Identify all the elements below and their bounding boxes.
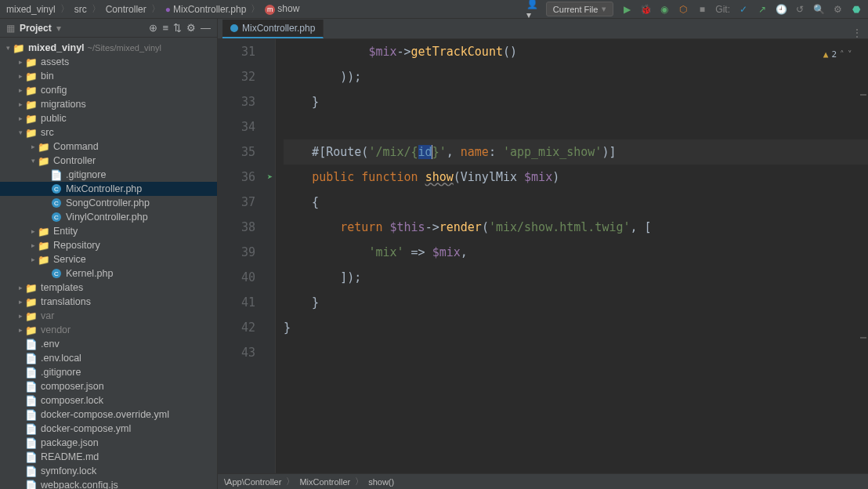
project-name[interactable]: mixed_vinyl — [6, 4, 56, 15]
tree-item[interactable]: ▸📁translations — [0, 295, 217, 309]
tree-item[interactable]: 📄webpack.config.js — [0, 478, 217, 489]
code-line[interactable]: { — [284, 190, 868, 215]
tree-arrow-icon[interactable]: ▸ — [16, 114, 25, 122]
tree-item[interactable]: 📄composer.json — [0, 379, 217, 393]
debug-icon[interactable]: 🐞 — [640, 4, 651, 15]
code-line[interactable]: } — [284, 315, 868, 340]
tree-item[interactable]: 📄composer.lock — [0, 393, 217, 408]
tree-item[interactable]: ▸📁vendor — [0, 323, 217, 337]
tree-arrow-icon[interactable]: ▸ — [16, 100, 25, 108]
tree-item[interactable]: ▸📁assets — [0, 55, 217, 69]
tree-item[interactable]: 📄docker-compose.yml — [0, 422, 217, 436]
crumb-method[interactable]: mshow — [265, 3, 299, 15]
tree-item[interactable]: ▸📁Entity — [0, 224, 217, 238]
tree-item[interactable]: 📄.env — [0, 337, 217, 351]
tree-arrow-icon[interactable]: ▸ — [16, 58, 25, 66]
next-problem-icon[interactable]: ˅ — [848, 42, 852, 67]
tree-item[interactable]: 📄README.md — [0, 450, 217, 464]
code-area[interactable]: 31323334353637383940414243 ➤ ▲ 2 ˄ ˅ $mi… — [218, 39, 868, 473]
code-line[interactable]: ]); — [284, 265, 868, 290]
tree-item[interactable]: CKernel.php — [0, 266, 217, 281]
tree-item[interactable]: ▾📁src — [0, 125, 217, 139]
code-line[interactable] — [284, 114, 868, 139]
tree-item[interactable]: ▸📁Repository — [0, 238, 217, 252]
tree-arrow-icon[interactable]: ▸ — [16, 298, 25, 306]
tree-item[interactable]: ▸📁bin — [0, 69, 217, 83]
settings-icon[interactable]: ⚙ — [832, 4, 843, 15]
breadcrumb-fn[interactable]: show() — [368, 477, 394, 487]
tree-item[interactable]: ▸📁Command — [0, 139, 217, 154]
tree-arrow-icon[interactable]: ▸ — [16, 86, 25, 94]
tree-arrow-icon[interactable]: ▾ — [28, 157, 38, 165]
shield-icon[interactable]: ⬣ — [851, 4, 862, 15]
tree-root[interactable]: ▾ 📁 mixed_vinyl ~/Sites/mixed_vinyl — [0, 41, 217, 55]
editor-tab[interactable]: MixController.php — [222, 20, 324, 38]
code-line[interactable]: 'mix' => $mix, — [284, 240, 868, 265]
tree-arrow-icon[interactable]: ▸ — [28, 227, 38, 235]
search-icon[interactable]: 🔍 — [813, 4, 824, 15]
breadcrumb-ns[interactable]: \App\Controller — [224, 477, 281, 487]
tree-item[interactable]: 📄docker-compose.override.yml — [0, 408, 217, 422]
code-line[interactable]: return $this->render('mix/show.html.twig… — [284, 215, 868, 240]
tree-arrow-icon[interactable]: ▸ — [28, 255, 38, 263]
run-icon[interactable]: ▶ — [621, 4, 632, 15]
tree-arrow-icon[interactable]: ▸ — [16, 326, 25, 334]
tree-item[interactable]: ▸📁public — [0, 111, 217, 125]
tree-item[interactable]: ▸📁Service — [0, 252, 217, 266]
user-icon[interactable]: 👤▾ — [527, 4, 538, 15]
breadcrumb-class[interactable]: MixController — [299, 477, 350, 487]
tree-item[interactable]: 📄.env.local — [0, 351, 217, 365]
tree-arrow-icon[interactable]: ▸ — [28, 143, 38, 150]
tree-arrow-icon[interactable]: ▾ — [16, 129, 25, 136]
tree-item[interactable]: ▸📁var — [0, 309, 217, 323]
tree-item[interactable]: ▾📁Controller — [0, 154, 217, 168]
tree-item[interactable]: 📄.gitignore — [0, 168, 217, 182]
tree-label: assets — [41, 56, 69, 67]
tree-arrow-icon[interactable]: ▸ — [16, 284, 25, 292]
folder-icon: 📁 — [25, 56, 38, 68]
git-update-icon[interactable]: ✓ — [738, 4, 749, 15]
expand-all-icon[interactable]: ≡ — [162, 22, 168, 34]
collapse-all-icon[interactable]: ⇅ — [173, 22, 182, 34]
code-content[interactable]: ▲ 2 ˄ ˅ $mix->getTrackCount() )); } #[Ro… — [276, 39, 868, 473]
profile-icon[interactable]: ⬡ — [678, 4, 689, 15]
run-config-selector[interactable]: Current File▾ — [546, 2, 613, 16]
tree-arrow-icon[interactable]: ▸ — [16, 72, 25, 80]
tree-item[interactable]: 📄symfony.lock — [0, 464, 217, 478]
tree-arrow-icon[interactable]: ▸ — [28, 241, 38, 249]
tree-item[interactable]: CMixController.php — [0, 182, 217, 196]
tab-more-icon[interactable]: ⋮ — [846, 27, 868, 38]
git-push-icon[interactable]: ↗ — [757, 4, 768, 15]
tree-item[interactable]: 📄package.json — [0, 436, 217, 450]
crumb-src[interactable]: src — [74, 4, 87, 15]
sidebar-title[interactable]: Project — [20, 23, 52, 34]
code-line[interactable] — [284, 340, 868, 365]
tree-item[interactable]: ▸📁config — [0, 83, 217, 97]
prev-problem-icon[interactable]: ˄ — [840, 42, 844, 67]
tree-item[interactable]: CVinylController.php — [0, 210, 217, 224]
crumb-controller[interactable]: Controller — [106, 4, 146, 15]
coverage-icon[interactable]: ◉ — [659, 4, 670, 15]
project-view-icon[interactable]: ▦ — [6, 23, 15, 34]
rollback-icon[interactable]: ↺ — [794, 4, 805, 15]
gear-icon[interactable]: ⚙ — [186, 22, 196, 34]
hide-icon[interactable]: — — [201, 22, 211, 34]
code-line[interactable]: #[Route('/mix/{id}', name: 'app_mix_show… — [284, 139, 868, 165]
code-line[interactable]: } — [284, 290, 868, 315]
tree-item[interactable]: CSongController.php — [0, 196, 217, 210]
error-stripe[interactable] — [859, 39, 868, 473]
inspection-badge[interactable]: ▲ 2 ˄ ˅ — [823, 42, 852, 67]
gutter-action-icon[interactable]: ➤ — [267, 165, 273, 190]
history-icon[interactable]: 🕘 — [776, 4, 787, 15]
tree-arrow-icon[interactable]: ▸ — [16, 312, 25, 320]
code-line[interactable]: )); — [284, 64, 868, 89]
code-line[interactable]: } — [284, 89, 868, 114]
tree-item[interactable]: ▸📁migrations — [0, 97, 217, 111]
tree-item[interactable]: ▸📁templates — [0, 281, 217, 295]
project-tree[interactable]: ▾ 📁 mixed_vinyl ~/Sites/mixed_vinyl ▸📁as… — [0, 38, 217, 489]
code-line[interactable]: $mix->getTrackCount() — [284, 39, 868, 64]
tree-item[interactable]: 📄.gitignore — [0, 365, 217, 379]
select-opened-icon[interactable]: ⊕ — [149, 22, 157, 34]
crumb-file[interactable]: ●MixController.php — [165, 4, 247, 15]
code-line[interactable]: public function show(VinylMix $mix) — [284, 165, 868, 190]
